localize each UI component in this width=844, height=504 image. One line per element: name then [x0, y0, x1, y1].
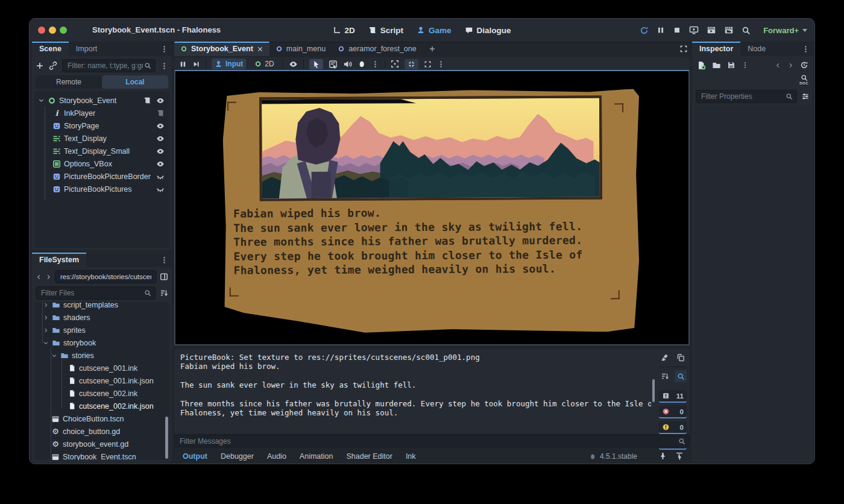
- tree-row-picturebook-border[interactable]: PictureBookPictureBorder: [37, 170, 167, 183]
- interaction-hand-button[interactable]: [357, 60, 366, 68]
- history-back-icon[interactable]: [775, 62, 781, 69]
- scene-filter-input[interactable]: [62, 59, 156, 72]
- scene-tab-storybook-event[interactable]: Storybook_Event: [174, 42, 269, 56]
- visibility-eye-icon[interactable]: [156, 160, 165, 168]
- tree-row-text-display-small[interactable]: Text_Display_Small: [37, 145, 167, 157]
- input-mode-toggle[interactable]: Input: [212, 58, 246, 69]
- save-resource-icon[interactable]: [727, 61, 735, 69]
- view-menu-icon[interactable]: [437, 60, 445, 68]
- tree-row-options-vbox[interactable]: Options_VBox: [37, 157, 167, 170]
- expand-icon[interactable]: [43, 327, 49, 333]
- bottom-tab-shader-editor[interactable]: Shader Editor: [346, 452, 392, 461]
- workspace-2d-button[interactable]: 2D: [333, 26, 354, 35]
- stop-button[interactable]: [673, 26, 681, 34]
- expand-icon[interactable]: [43, 302, 49, 308]
- script-attached-icon[interactable]: [157, 109, 165, 117]
- close-tab-icon[interactable]: [257, 46, 263, 52]
- bottom-tab-animation[interactable]: Animation: [300, 452, 333, 461]
- close-window-button[interactable]: [38, 27, 45, 34]
- dock-menu-icon[interactable]: [157, 253, 172, 267]
- movie-maker-button[interactable]: [742, 26, 751, 35]
- replay-button[interactable]: [640, 26, 649, 35]
- pause-game-button[interactable]: [179, 60, 187, 68]
- message-count-toggle[interactable]: 11: [659, 390, 687, 403]
- file-row-storybook[interactable]: storybook: [37, 336, 167, 349]
- resource-menu-icon[interactable]: [742, 61, 749, 69]
- filter-messages-input[interactable]: [174, 435, 690, 447]
- tree-row-text-display[interactable]: Text_Display: [37, 132, 167, 145]
- camera-2d-toggle[interactable]: 2D: [251, 58, 277, 69]
- search-log-button[interactable]: [675, 370, 687, 382]
- bottom-tab-output[interactable]: Output: [183, 452, 207, 461]
- filter-properties-input[interactable]: [696, 90, 797, 103]
- error-count-toggle[interactable]: 0: [659, 406, 687, 418]
- tab-node[interactable]: Node: [740, 42, 773, 56]
- split-view-icon[interactable]: [160, 272, 168, 281]
- tree-row-storybook-event[interactable]: Storybook_Event: [37, 94, 167, 107]
- load-resource-icon[interactable]: [712, 61, 721, 70]
- file-row-stories[interactable]: stories: [37, 349, 167, 362]
- local-button[interactable]: Local: [102, 75, 168, 89]
- file-row-cutscene-001-json[interactable]: cutscene_001.ink.json: [37, 374, 167, 387]
- warning-count-toggle[interactable]: 0: [659, 421, 687, 434]
- game-viewport[interactable]: Fabian wiped his brow. The sun sank ever…: [174, 70, 690, 345]
- file-row-cutscene-002-ink[interactable]: cutscene_002.ink: [37, 387, 167, 400]
- collapse-icon[interactable]: [38, 97, 45, 104]
- expand-icon[interactable]: [43, 315, 49, 321]
- tree-row-storypage[interactable]: StoryPage: [37, 119, 167, 132]
- file-row-cutscene-002-json-selected[interactable]: cutscene_002.ink.json: [37, 400, 167, 412]
- selection-list-button[interactable]: [329, 60, 338, 69]
- file-row-shaders[interactable]: shaders: [37, 311, 167, 324]
- next-frame-button[interactable]: [192, 60, 200, 68]
- output-log-text[interactable]: PictureBook: Set texture to res://sprite…: [180, 353, 651, 431]
- scene-tab-main-menu[interactable]: main_menu: [269, 42, 332, 56]
- play-remote-button[interactable]: [689, 25, 699, 35]
- collapse-icon[interactable]: [43, 340, 49, 346]
- clear-log-button[interactable]: [659, 351, 671, 364]
- file-sort-icon[interactable]: [160, 289, 168, 297]
- visibility-eye-icon[interactable]: [156, 134, 165, 143]
- file-row-choice-button-gd[interactable]: ⚙ choice_button.gd: [37, 425, 167, 438]
- expand-view-button[interactable]: [424, 60, 432, 68]
- file-row-storybook-event-tscn[interactable]: Storybook_Event.tscn: [37, 450, 167, 460]
- open-docs-button[interactable]: DOC: [799, 74, 808, 85]
- new-resource-icon[interactable]: [697, 61, 706, 70]
- script-attached-icon[interactable]: [143, 96, 151, 104]
- file-row-sprites[interactable]: sprites: [37, 324, 167, 336]
- maximize-window-button[interactable]: [60, 27, 67, 34]
- tab-scene[interactable]: Scene: [32, 42, 69, 56]
- expand-bottom-panel-icon[interactable]: [675, 452, 684, 461]
- pause-button[interactable]: [657, 26, 665, 34]
- add-node-button[interactable]: [36, 61, 44, 70]
- expand-editor-icon[interactable]: [679, 45, 688, 53]
- play-scene-button[interactable]: [707, 25, 716, 35]
- tab-import[interactable]: Import: [69, 42, 104, 56]
- camera-override-eye-icon[interactable]: [289, 60, 298, 69]
- path-bar[interactable]: [55, 270, 157, 283]
- scene-tab-aeramor-forest-one[interactable]: aeramor_forest_one: [332, 42, 423, 56]
- renderer-select[interactable]: Forward+: [763, 26, 807, 35]
- tab-inspector[interactable]: Inspector: [692, 42, 740, 56]
- frame-focus-button[interactable]: [391, 60, 399, 68]
- workspace-game-button[interactable]: Game: [417, 26, 452, 35]
- toolbar-menu-icon[interactable]: [371, 60, 379, 68]
- copy-log-button[interactable]: [675, 351, 687, 364]
- bottom-tab-ink[interactable]: Ink: [406, 452, 416, 461]
- new-scene-tab-button[interactable]: [423, 42, 442, 56]
- minimize-window-button[interactable]: [49, 27, 56, 34]
- workspace-dialogue-button[interactable]: Dialogue: [465, 26, 511, 35]
- file-row-storybook-event-gd[interactable]: ⚙ storybook_event.gd: [37, 438, 167, 450]
- file-row-choicebutton-tscn[interactable]: ChoiceButton.tscn: [37, 412, 167, 425]
- visibility-hidden-icon[interactable]: [156, 172, 165, 181]
- file-filter-input[interactable]: [36, 286, 156, 300]
- bottom-tab-audio[interactable]: Audio: [267, 452, 286, 461]
- history-forward-icon[interactable]: [787, 62, 794, 69]
- collapse-duplicates-button[interactable]: [659, 370, 671, 382]
- filesystem-scrollbar[interactable]: [165, 417, 168, 459]
- file-row-script-templates[interactable]: script_templates: [37, 302, 167, 311]
- file-row-cutscene-001-ink[interactable]: cutscene_001.ink: [37, 362, 167, 374]
- pin-bottom-panel-icon[interactable]: [659, 452, 667, 460]
- tab-filesystem[interactable]: FileSystem: [32, 253, 86, 267]
- remote-button[interactable]: Remote: [36, 75, 102, 89]
- bottom-tab-debugger[interactable]: Debugger: [221, 452, 254, 461]
